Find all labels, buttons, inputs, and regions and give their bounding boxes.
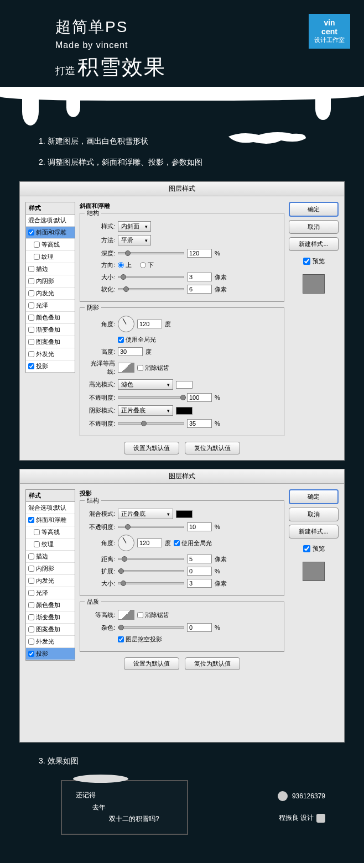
color-overlay-checkbox[interactable] — [28, 602, 34, 608]
size-slider[interactable] — [118, 582, 184, 584]
angle-input[interactable] — [137, 538, 162, 547]
shadow-opacity-slider[interactable] — [118, 422, 184, 425]
contour-checkbox[interactable] — [34, 242, 40, 248]
gradient-overlay-checkbox[interactable] — [28, 327, 34, 333]
new-style-button[interactable]: 新建样式... — [289, 525, 339, 538]
reset-default-button[interactable]: 复位为默认值 — [185, 657, 240, 670]
stroke-checkbox[interactable] — [28, 553, 34, 560]
blend-mode-select[interactable]: 正片叠底 — [118, 509, 173, 519]
direction-down-radio[interactable] — [140, 262, 146, 268]
color-overlay-item[interactable]: 颜色叠加 — [26, 312, 75, 324]
stroke-checkbox[interactable] — [28, 266, 34, 272]
texture-checkbox[interactable] — [34, 254, 40, 260]
contour-picker[interactable] — [118, 610, 134, 620]
distance-input[interactable] — [187, 555, 212, 563]
texture-checkbox[interactable] — [34, 541, 40, 547]
bevel-item[interactable]: 斜面和浮雕 — [26, 514, 75, 526]
inner-shadow-checkbox[interactable] — [28, 566, 34, 572]
ok-button[interactable]: 确定 — [289, 202, 339, 217]
reset-default-button[interactable]: 复位为默认值 — [185, 442, 240, 454]
drop-shadow-checkbox[interactable] — [28, 651, 34, 657]
contour-item[interactable]: 等高线 — [26, 239, 75, 251]
satin-item[interactable]: 光泽 — [26, 587, 75, 599]
global-light-checkbox[interactable] — [118, 337, 124, 343]
angle-input[interactable] — [137, 320, 162, 328]
style-select[interactable]: 内斜面 — [118, 221, 151, 232]
depth-slider[interactable] — [118, 252, 184, 254]
angle-dial[interactable] — [118, 316, 134, 332]
gloss-contour-picker[interactable] — [118, 363, 134, 373]
inner-shadow-checkbox[interactable] — [28, 278, 34, 284]
noise-slider[interactable] — [118, 626, 184, 629]
cancel-button[interactable]: 取消 — [289, 220, 339, 234]
preview-checkbox[interactable] — [303, 545, 310, 552]
shadow-color-swatch[interactable] — [176, 510, 193, 518]
contour-item[interactable]: 等高线 — [26, 526, 75, 538]
size-input[interactable] — [187, 579, 212, 588]
inner-shadow-item[interactable]: 内阴影 — [26, 275, 75, 287]
highlight-opacity-slider[interactable] — [118, 396, 184, 399]
inner-shadow-item[interactable]: 内阴影 — [26, 563, 75, 575]
satin-checkbox[interactable] — [28, 302, 34, 308]
drop-shadow-item[interactable]: 投影 — [26, 648, 75, 660]
color-overlay-item[interactable]: 颜色叠加 — [26, 599, 75, 611]
altitude-input[interactable] — [118, 347, 143, 356]
opacity-input[interactable] — [187, 522, 212, 531]
texture-item[interactable]: 纹理 — [26, 251, 75, 263]
inner-glow-checkbox[interactable] — [28, 578, 34, 584]
opacity-slider[interactable] — [118, 526, 184, 528]
soften-input[interactable] — [187, 285, 212, 294]
highlight-mode-select[interactable]: 滤色 — [118, 379, 173, 390]
bevel-checkbox[interactable] — [28, 229, 34, 236]
gradient-overlay-checkbox[interactable] — [28, 614, 34, 620]
blend-options-item[interactable]: 混合选项:默认 — [26, 502, 75, 514]
stroke-item[interactable]: 描边 — [26, 263, 75, 275]
inner-glow-checkbox[interactable] — [28, 290, 34, 296]
knockout-checkbox[interactable] — [118, 636, 124, 642]
pattern-overlay-item[interactable]: 图案叠加 — [26, 336, 75, 348]
outer-glow-item[interactable]: 外发光 — [26, 636, 75, 648]
shadow-color-swatch[interactable] — [176, 407, 193, 415]
distance-slider[interactable] — [118, 558, 184, 560]
satin-item[interactable]: 光泽 — [26, 300, 75, 312]
blend-options-item[interactable]: 混合选项:默认 — [26, 215, 75, 227]
outer-glow-checkbox[interactable] — [28, 351, 34, 357]
outer-glow-item[interactable]: 外发光 — [26, 348, 75, 360]
drop-shadow-item[interactable]: 投影 — [26, 360, 75, 373]
size-slider[interactable] — [118, 276, 184, 278]
color-overlay-checkbox[interactable] — [28, 315, 34, 321]
soften-slider[interactable] — [118, 288, 184, 290]
set-default-button[interactable]: 设置为默认值 — [124, 657, 179, 670]
satin-checkbox[interactable] — [28, 590, 34, 596]
antialias-checkbox[interactable] — [137, 612, 143, 618]
angle-dial[interactable] — [118, 535, 134, 551]
pattern-overlay-item[interactable]: 图案叠加 — [26, 624, 75, 636]
cancel-button[interactable]: 取消 — [289, 508, 339, 521]
preview-checkbox[interactable] — [303, 258, 310, 265]
pattern-overlay-checkbox[interactable] — [28, 626, 34, 632]
gradient-overlay-item[interactable]: 渐变叠加 — [26, 611, 75, 624]
inner-glow-item[interactable]: 内发光 — [26, 575, 75, 587]
set-default-button[interactable]: 设置为默认值 — [124, 442, 179, 454]
spread-slider[interactable] — [118, 570, 184, 572]
outer-glow-checkbox[interactable] — [28, 639, 34, 645]
noise-input[interactable] — [187, 623, 212, 632]
bevel-checkbox[interactable] — [28, 517, 34, 523]
depth-input[interactable] — [187, 249, 212, 258]
inner-glow-item[interactable]: 内发光 — [26, 287, 75, 300]
highlight-color-swatch[interactable] — [176, 381, 193, 389]
pattern-overlay-checkbox[interactable] — [28, 339, 34, 345]
new-style-button[interactable]: 新建样式... — [289, 237, 339, 251]
method-select[interactable]: 平滑 — [118, 235, 151, 245]
ok-button[interactable]: 确定 — [289, 489, 339, 504]
contour-checkbox[interactable] — [34, 529, 40, 535]
bevel-item[interactable]: 斜面和浮雕 — [26, 227, 75, 239]
shadow-mode-select[interactable]: 正片叠底 — [118, 405, 173, 416]
global-light-checkbox[interactable] — [174, 540, 180, 546]
direction-up-radio[interactable] — [118, 262, 124, 268]
spread-input[interactable] — [187, 567, 212, 576]
stroke-item[interactable]: 描边 — [26, 551, 75, 563]
drop-shadow-checkbox[interactable] — [28, 363, 34, 369]
size-input[interactable] — [187, 273, 212, 281]
highlight-opacity-input[interactable] — [187, 393, 212, 402]
